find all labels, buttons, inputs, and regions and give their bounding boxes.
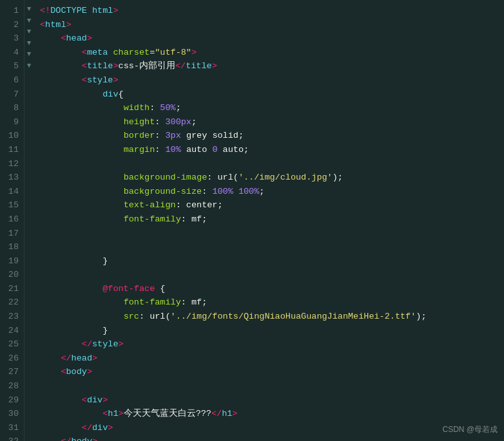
line-5: <title>css-内部引用</title> xyxy=(40,59,504,73)
watermark: CSDN @母若成 xyxy=(442,424,498,436)
line-8: width: 50%; xyxy=(40,101,504,115)
line-10: border: 3px grey solid; xyxy=(40,129,504,143)
line-14: background-size: 100% 100%; xyxy=(40,185,504,199)
line-11: margin: 10% auto 0 auto; xyxy=(40,143,504,157)
line-26: </head> xyxy=(40,352,504,366)
line-12 xyxy=(40,157,504,171)
fold-indicators: ▼ ▼ ▼ ▼ ▼ xyxy=(24,0,34,441)
line-9: height: 300px; xyxy=(40,115,504,129)
line-21: @font-face { xyxy=(40,282,504,296)
line-31: </div> xyxy=(40,421,504,435)
line-15: text-align: center; xyxy=(40,198,504,212)
line-3: <head> xyxy=(40,32,504,46)
line-6: <style> xyxy=(40,73,504,88)
line-23: src: url('../img/fonts/QingNiaoHuaGuangJ… xyxy=(40,310,504,324)
line-4: <meta charset="utf-8"> xyxy=(40,46,504,60)
line-28 xyxy=(40,379,504,393)
line-16: font-family: mf; xyxy=(40,212,504,227)
line-32: </body> xyxy=(40,435,504,441)
line-2: <html> xyxy=(40,18,504,32)
line-27: <body> xyxy=(40,365,504,379)
line-18 xyxy=(40,240,504,254)
line-25: </style> xyxy=(40,337,504,352)
line-20 xyxy=(40,268,504,282)
line-30: <h1>今天天气蓝天白云???</h1> xyxy=(40,407,504,421)
line-24: } xyxy=(40,324,504,338)
line-1: <!DOCTYPE html> xyxy=(40,4,504,18)
line-29: <div> xyxy=(40,393,504,408)
code-editor: 1 2 3 4 5 6 7 8 9 10 11 12 13 14 15 16 1… xyxy=(0,0,504,441)
line-13: background-image: url('../img/cloud.jpg'… xyxy=(40,171,504,185)
line-19: } xyxy=(40,254,504,268)
code-lines: <!DOCTYPE html> <html> <head> <meta char… xyxy=(34,0,504,441)
line-17 xyxy=(40,227,504,241)
line-7: div{ xyxy=(40,88,504,102)
line-numbers: 1 2 3 4 5 6 7 8 9 10 11 12 13 14 15 16 1… xyxy=(0,0,24,441)
line-22: font-family: mf; xyxy=(40,296,504,310)
